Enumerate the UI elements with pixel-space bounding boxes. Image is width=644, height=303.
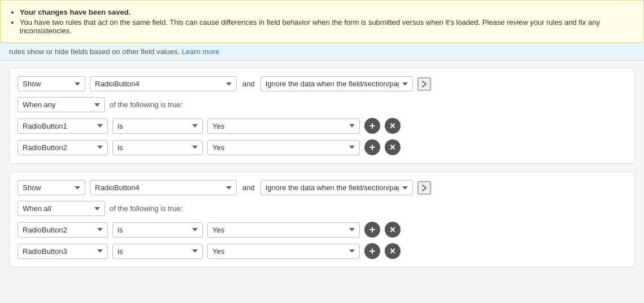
rule2-cond-row-2: RadioButton3 RadioButton1 RadioButton2 R… (18, 243, 626, 259)
rule1-cond1-operator-select[interactable]: is is not (112, 118, 203, 134)
rule2-action-select[interactable]: Show Hide (18, 180, 85, 195)
rule1-cond-row-2: RadioButton2 RadioButton1 RadioButton3 R… (18, 139, 626, 155)
rule1-cond-row-1: RadioButton1 RadioButton2 RadioButton3 R… (18, 118, 626, 134)
rule2-of-following: of the following is true: (110, 204, 182, 213)
rule1-and-label: and (241, 80, 256, 88)
rule1-cond2-add-button[interactable]: + (364, 139, 380, 155)
rule2-cond1-add-button[interactable]: + (364, 222, 380, 238)
rule1-ignore-select[interactable]: Ignore the data when the field/section/p… (260, 76, 413, 91)
rules-container: Show Hide RadioButton4 RadioButton1 Radi… (0, 61, 644, 282)
rule1-cond1-value-select[interactable]: Yes No (207, 118, 360, 134)
rule2-ignore-select[interactable]: Ignore the data when the field/section/p… (260, 180, 413, 195)
rule-block-1: Show Hide RadioButton4 RadioButton1 Radi… (9, 68, 635, 164)
rule2-cond2-remove-button[interactable]: × (385, 243, 401, 259)
rule1-cond2-value-select[interactable]: Yes No (207, 140, 360, 155)
rule2-cond2-add-button[interactable]: + (364, 243, 380, 259)
rule2-cond1-remove-button[interactable]: × (385, 222, 401, 238)
rule2-cond1-operator-select[interactable]: is is not (112, 222, 203, 238)
rule2-and-label: and (241, 183, 256, 192)
info-bar: rules show or hide fields based on other… (0, 43, 644, 61)
rule1-expand-button[interactable] (417, 77, 431, 91)
rule1-cond1-add-button[interactable]: + (364, 118, 380, 134)
rule1-cond1-remove-button[interactable]: × (385, 118, 401, 134)
rule2-cond2-operator-select[interactable]: is is not (112, 244, 203, 259)
notification-line-2: You have two rules that act on the same … (20, 18, 634, 35)
rule2-condition-row: When any When all of the following is tr… (18, 201, 626, 216)
rule-block-2: Show Hide RadioButton4 RadioButton1 Radi… (9, 172, 635, 267)
rule1-cond2-remove-button[interactable]: × (385, 139, 401, 155)
rule2-action-row: Show Hide RadioButton4 RadioButton1 Radi… (18, 180, 626, 195)
rule1-cond1-field-select[interactable]: RadioButton1 RadioButton2 RadioButton3 R… (18, 118, 108, 134)
rule2-cond1-value-select[interactable]: Yes No (207, 222, 360, 238)
rule2-condition-select[interactable]: When any When all (18, 201, 105, 216)
rule2-cond1-field-select[interactable]: RadioButton2 RadioButton1 RadioButton3 R… (18, 222, 108, 238)
rule1-cond2-operator-select[interactable]: is is not (112, 140, 203, 155)
notification-line-1: Your changes have been saved. (20, 8, 634, 16)
info-bar-text: rules show or hide fields based on other… (9, 47, 180, 56)
rule1-action-select[interactable]: Show Hide (18, 76, 85, 91)
rule1-condition-select[interactable]: When any When all (18, 97, 105, 112)
rule1-condition-row: When any When all of the following is tr… (18, 97, 626, 112)
rule1-of-following: of the following is true: (110, 100, 182, 109)
rule1-action-row: Show Hide RadioButton4 RadioButton1 Radi… (18, 76, 626, 91)
rule2-field-select[interactable]: RadioButton4 RadioButton1 RadioButton2 R… (90, 180, 237, 195)
rule2-expand-button[interactable] (417, 181, 431, 195)
rule2-cond2-value-select[interactable]: Yes No (207, 244, 360, 259)
rule2-cond-row-1: RadioButton2 RadioButton1 RadioButton3 R… (18, 222, 626, 238)
notification-banner: Your changes have been saved. You have t… (0, 0, 644, 43)
rule2-cond2-field-select[interactable]: RadioButton3 RadioButton1 RadioButton2 R… (18, 244, 108, 259)
learn-more-link[interactable]: Learn more (182, 47, 219, 56)
rule1-cond2-field-select[interactable]: RadioButton2 RadioButton1 RadioButton3 R… (18, 140, 108, 155)
rule1-field-select[interactable]: RadioButton4 RadioButton1 RadioButton2 R… (90, 76, 237, 91)
